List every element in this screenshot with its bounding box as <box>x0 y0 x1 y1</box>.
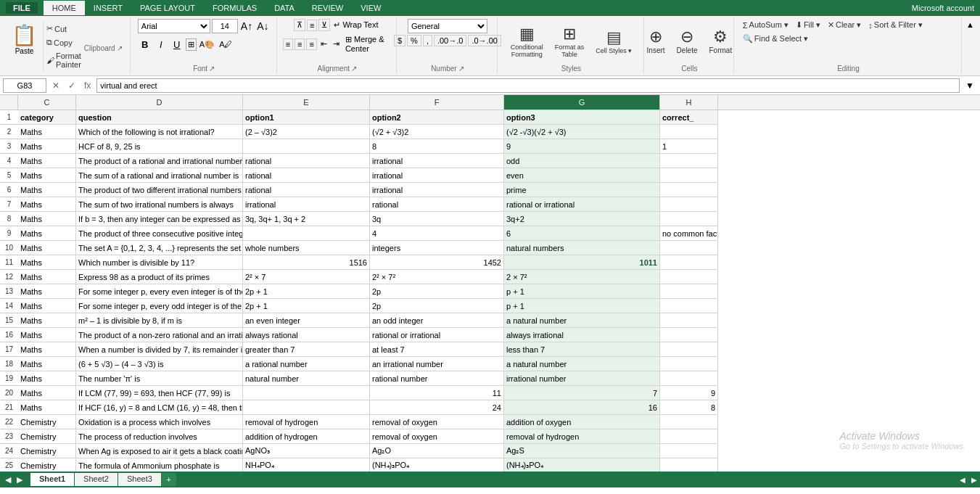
tab-review[interactable]: REVIEW <box>303 1 352 15</box>
cell-d13[interactable]: For some integer p, every even integer i… <box>76 284 243 299</box>
cell-h16[interactable] <box>660 328 718 342</box>
cell-c5[interactable]: Maths <box>18 168 76 183</box>
cell-e11[interactable]: 1516 <box>243 255 370 270</box>
scroll-bar-left[interactable]: ◀ <box>960 476 965 484</box>
cell-e10[interactable]: whole numbers <box>243 241 370 255</box>
tab-view[interactable]: VIEW <box>352 1 390 15</box>
cell-c22[interactable]: Chemistry <box>18 415 76 429</box>
cell-e21[interactable] <box>243 400 370 415</box>
cell-f7[interactable]: rational <box>370 197 504 212</box>
number-expand-icon[interactable]: ↗ <box>458 65 464 73</box>
cell-h10[interactable] <box>660 241 718 255</box>
cell-c7[interactable]: Maths <box>18 197 76 212</box>
cell-g19[interactable]: irrational number <box>504 371 660 386</box>
row-header-25[interactable]: 25 <box>0 458 18 472</box>
percent-button[interactable]: % <box>407 35 421 46</box>
wrap-text-button[interactable]: ↵ Wrap Text <box>332 20 380 30</box>
border-button[interactable]: ⊞ <box>186 38 197 51</box>
cancel-formula-icon[interactable]: ✕ <box>49 81 62 91</box>
cell-g15[interactable]: a natural number <box>504 313 660 328</box>
cell-h4[interactable] <box>660 154 718 168</box>
cell-e14[interactable]: 2p + 1 <box>243 299 370 313</box>
indent-increase-button[interactable]: ⇥ <box>331 38 342 49</box>
cell-c13[interactable]: Maths <box>18 284 76 299</box>
cell-g7[interactable]: rational or irrational <box>504 197 660 212</box>
col-header-e[interactable]: E <box>243 95 370 110</box>
cell-c8[interactable]: Maths <box>18 212 76 226</box>
tab-insert[interactable]: INSERT <box>85 1 131 15</box>
cell-d6[interactable]: The product of two different irrational … <box>76 183 243 197</box>
col-header-c[interactable]: C <box>18 95 76 110</box>
cell-f4[interactable]: irrational <box>370 154 504 168</box>
find-select-button[interactable]: 🔍 Find & Select ▾ <box>740 33 811 45</box>
cell-f21[interactable]: 24 <box>370 400 504 415</box>
cell-f17[interactable]: at least 7 <box>370 342 504 357</box>
cell-d10[interactable]: The set A = {0,1, 2, 3, 4, ...} represen… <box>76 241 243 255</box>
row-header-14[interactable]: 14 <box>0 299 18 313</box>
cell-d4[interactable]: The product of a rational and irrational… <box>76 154 243 168</box>
cell-c23[interactable]: Chemistry <box>18 429 76 444</box>
col-header-h[interactable]: H <box>660 95 718 110</box>
cell-g9[interactable]: 6 <box>504 226 660 241</box>
cell-d17[interactable]: When a number is divided by 7, its remai… <box>76 342 243 357</box>
cell-g4[interactable]: odd <box>504 154 660 168</box>
cell-d2[interactable]: Which of the following is not irrational… <box>76 125 243 139</box>
cell-f1[interactable]: option2 <box>370 110 504 125</box>
align-right-button[interactable]: ≡ <box>306 38 316 50</box>
align-bottom-button[interactable]: ⊻ <box>318 19 330 31</box>
cell-c2[interactable]: Maths <box>18 125 76 139</box>
row-header-10[interactable]: 10 <box>0 241 18 255</box>
cell-d16[interactable]: The product of a non-zero rational and a… <box>76 328 243 342</box>
row-header-23[interactable]: 23 <box>0 429 18 444</box>
align-left-button[interactable]: ≡ <box>283 38 293 50</box>
tab-page-layout[interactable]: PAGE LAYOUT <box>131 1 204 15</box>
cell-e24[interactable]: AgNO₃ <box>243 444 370 458</box>
cell-f8[interactable]: 3q <box>370 212 504 226</box>
col-header-d[interactable]: D <box>76 95 243 110</box>
cell-c11[interactable]: Maths <box>18 255 76 270</box>
conditional-formatting-button[interactable]: ▦ ConditionalFormatting <box>506 23 548 59</box>
cell-h14[interactable] <box>660 299 718 313</box>
cell-h1[interactable]: correct_ <box>660 110 718 125</box>
format-painter-button[interactable]: 🖌 Format Painter <box>44 50 84 70</box>
cell-g1[interactable]: option3 <box>504 110 660 125</box>
cell-g18[interactable]: a natural number <box>504 357 660 371</box>
font-expand-icon[interactable]: ↗ <box>209 65 215 73</box>
cell-f19[interactable]: rational number <box>370 371 504 386</box>
cell-h17[interactable] <box>660 342 718 357</box>
cell-e20[interactable] <box>243 386 370 400</box>
fill-color-button[interactable]: A🎨 <box>198 39 216 50</box>
cell-d12[interactable]: Express 98 as a product of its primes <box>76 270 243 284</box>
collapse-ribbon-button[interactable]: ▲ <box>963 17 977 32</box>
confirm-formula-icon[interactable]: ✓ <box>65 81 78 91</box>
row-header-12[interactable]: 12 <box>0 270 18 284</box>
cell-h3[interactable]: 1 <box>660 139 718 154</box>
row-header-3[interactable]: 3 <box>0 139 18 154</box>
decrease-font-button[interactable]: A↓ <box>255 20 270 33</box>
cell-c15[interactable]: Maths <box>18 313 76 328</box>
cell-f15[interactable]: an odd integer <box>370 313 504 328</box>
cell-f14[interactable]: 2p <box>370 299 504 313</box>
cell-h5[interactable] <box>660 168 718 183</box>
insert-button[interactable]: ⊕ Insert <box>643 26 670 56</box>
cell-e6[interactable]: rational <box>243 183 370 197</box>
alignment-expand-icon[interactable]: ↗ <box>351 65 357 73</box>
align-middle-button[interactable]: ≡ <box>307 20 317 31</box>
format-button[interactable]: ⚙ Format <box>705 26 737 56</box>
cell-g21[interactable]: 16 <box>504 400 660 415</box>
align-top-button[interactable]: ⊼ <box>294 19 305 31</box>
cell-g16[interactable]: always irrational <box>504 328 660 342</box>
cell-d24[interactable]: When Ag is exposed to air it gets a blac… <box>76 444 243 458</box>
cell-g24[interactable]: Ag₂S <box>504 444 660 458</box>
autosum-button[interactable]: Σ AutoSum ▾ <box>740 19 791 31</box>
align-center-button[interactable]: ≡ <box>295 38 305 50</box>
cell-f12[interactable]: 2² × 7² <box>370 270 504 284</box>
row-header-13[interactable]: 13 <box>0 284 18 299</box>
cell-f20[interactable]: 11 <box>370 386 504 400</box>
cell-e12[interactable]: 2² × 7 <box>243 270 370 284</box>
add-sheet-button[interactable]: + <box>162 473 176 486</box>
row-header-15[interactable]: 15 <box>0 313 18 328</box>
row-header-11[interactable]: 11 <box>0 255 18 270</box>
cell-c17[interactable]: Maths <box>18 342 76 357</box>
cell-e25[interactable]: NH₄PO₄ <box>243 458 370 472</box>
